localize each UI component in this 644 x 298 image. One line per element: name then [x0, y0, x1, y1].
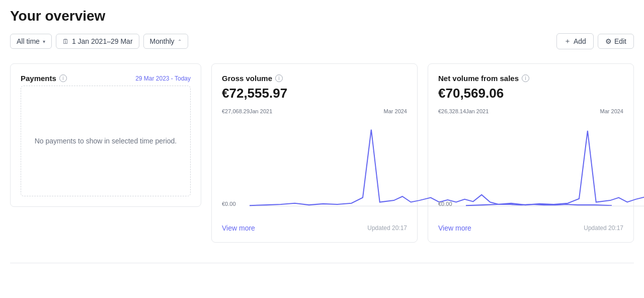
gross-volume-footer: View more Updated 20:17 — [222, 224, 407, 232]
gross-volume-peak-label: €27,068.29 — [222, 108, 250, 114]
net-volume-chart: €26,328.14 €0.00 Jan 2021 Mar 2024 — [438, 108, 623, 219]
gross-volume-view-more[interactable]: View more — [222, 224, 255, 232]
gross-volume-amount: €72,555.97 — [222, 86, 407, 101]
monthly-button[interactable]: Monthly ⌃ — [143, 34, 188, 49]
net-volume-x-labels: Jan 2021 Mar 2024 — [438, 108, 623, 114]
net-volume-header: Net volume from sales i — [438, 74, 623, 83]
gross-volume-updated: Updated 20:17 — [367, 225, 407, 232]
net-volume-x-start: Jan 2021 — [466, 108, 489, 114]
add-label: Add — [574, 37, 586, 45]
all-time-label: All time — [17, 37, 40, 45]
net-volume-updated: Updated 20:17 — [584, 225, 623, 232]
net-volume-info-icon: i — [522, 74, 529, 82]
payments-card-header: Payments i 29 Mar 2023 - Today — [21, 74, 191, 83]
all-time-filter-button[interactable]: All time ▾ — [10, 34, 52, 49]
date-range-label: 1 Jan 2021–29 Mar — [72, 37, 133, 45]
chevron-down-icon: ▾ — [43, 39, 45, 44]
edit-label: Edit — [614, 37, 626, 45]
payments-card: Payments i 29 Mar 2023 - Today No paymen… — [10, 63, 201, 207]
date-range-button[interactable]: 🗓 1 Jan 2021–29 Mar — [56, 34, 139, 49]
gross-volume-info-icon: i — [275, 74, 283, 82]
gross-volume-card: Gross volume i €72,555.97 €27,068.29 €0.… — [211, 63, 418, 243]
edit-button[interactable]: ⚙ Edit — [598, 34, 634, 49]
monthly-label: Monthly — [150, 37, 175, 45]
gross-volume-title: Gross volume — [222, 74, 272, 83]
gross-volume-title-row: Gross volume i — [222, 74, 283, 83]
net-volume-view-more[interactable]: View more — [438, 224, 471, 232]
net-volume-title: Net volume from sales — [438, 74, 519, 83]
net-volume-peak-label: €26,328.14 — [438, 108, 466, 114]
gross-volume-header: Gross volume i — [222, 74, 407, 83]
cards-row: Payments i 29 Mar 2023 - Today No paymen… — [10, 63, 634, 243]
net-volume-zero-label: €0.00 — [438, 201, 452, 207]
net-volume-footer: View more Updated 20:17 — [438, 224, 623, 232]
calendar-icon: 🗓 — [62, 38, 69, 45]
payments-title-row: Payments i — [21, 74, 67, 83]
gear-icon: ⚙ — [605, 37, 612, 45]
add-button[interactable]: ＋ Add — [556, 33, 594, 49]
gross-volume-chart: €27,068.29 €0.00 Jan 2021 Mar 2024 — [222, 108, 407, 219]
gross-volume-zero-label: €0.00 — [222, 201, 236, 207]
monthly-chevron-icon: ⌃ — [178, 39, 182, 44]
plus-icon: ＋ — [564, 37, 571, 46]
payments-title: Payments — [21, 74, 56, 83]
page-title: Your overview — [10, 8, 634, 24]
net-volume-title-row: Net volume from sales i — [438, 74, 529, 83]
gross-volume-x-start: Jan 2021 — [250, 108, 272, 114]
toolbar: All time ▾ 🗓 1 Jan 2021–29 Mar Monthly ⌃… — [10, 33, 634, 49]
payments-date-range[interactable]: 29 Mar 2023 - Today — [135, 75, 191, 82]
net-volume-svg — [466, 118, 644, 209]
payments-empty-chart: No payments to show in selected time per… — [21, 86, 191, 196]
bottom-divider — [10, 263, 634, 263]
payments-info-icon: i — [59, 74, 67, 82]
net-volume-card: Net volume from sales i €70,569.06 €26,3… — [428, 63, 634, 243]
gross-volume-x-end: Mar 2024 — [384, 108, 407, 114]
net-volume-amount: €70,569.06 — [438, 86, 623, 101]
payments-empty-text: No payments to show in selected time per… — [35, 136, 177, 146]
gross-volume-x-labels: Jan 2021 Mar 2024 — [222, 108, 407, 114]
net-volume-x-end: Mar 2024 — [600, 108, 623, 114]
